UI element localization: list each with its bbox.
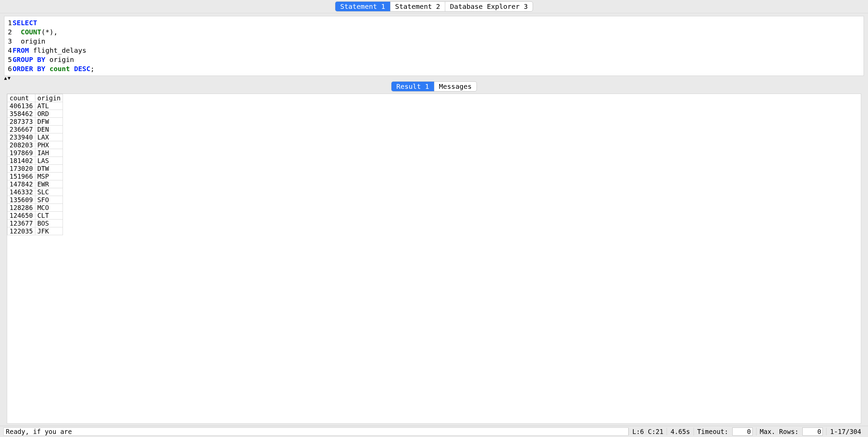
timeout-label: Timeout:: [697, 428, 729, 435]
table-cell: 236667: [7, 126, 35, 133]
table-row[interactable]: 135609SFO: [7, 196, 63, 204]
table-cell: 147842: [7, 180, 35, 188]
table-cell: MCO: [35, 204, 63, 212]
table-cell: 233940: [7, 133, 35, 141]
result-tab-bar: Result 1Messages: [0, 80, 868, 94]
table-row[interactable]: 287373DFW: [7, 118, 63, 126]
table-row[interactable]: 197869IAH: [7, 149, 63, 157]
table-cell: 173020: [7, 165, 35, 173]
results-panel: countorigin406136ATL358462ORD287373DFW23…: [0, 94, 868, 426]
table-cell: 197869: [7, 149, 35, 157]
line-number: 3: [7, 37, 12, 46]
table-cell: 287373: [7, 118, 35, 126]
table-cell: 135609: [7, 196, 35, 204]
code-token: origin: [13, 37, 45, 45]
table-row[interactable]: 124650CLT: [7, 212, 63, 220]
pane-splitter[interactable]: ▲▼: [0, 76, 868, 80]
table-cell: 181402: [7, 157, 35, 165]
table-row[interactable]: 233940LAX: [7, 133, 63, 141]
line-number: 4: [7, 46, 12, 55]
table-row[interactable]: 151966MSP: [7, 173, 63, 180]
maxrows-input[interactable]: [802, 427, 823, 436]
code-token: DESC: [74, 65, 90, 73]
table-cell: CLT: [35, 212, 63, 220]
table-cell: SLC: [35, 188, 63, 196]
status-timeout: Timeout:: [694, 427, 756, 436]
table-cell: EWR: [35, 180, 63, 188]
table-cell: JFK: [35, 227, 63, 235]
table-cell: DFW: [35, 118, 63, 126]
table-cell: 406136: [7, 102, 35, 110]
timeout-input[interactable]: [732, 427, 753, 436]
tab-database-explorer-3[interactable]: Database Explorer 3: [445, 2, 533, 11]
table-row[interactable]: 236667DEN: [7, 126, 63, 133]
top-tab-group: Statement 1Statement 2Database Explorer …: [335, 1, 533, 12]
code-token: SELECT: [13, 19, 37, 27]
code-token: GROUP BY: [13, 55, 45, 64]
table-row[interactable]: 181402LAS: [7, 157, 63, 165]
code-token: FROM: [13, 46, 29, 54]
table-cell: 151966: [7, 173, 35, 180]
table-cell: PHX: [35, 141, 63, 149]
maxrows-label: Max. Rows:: [760, 428, 799, 435]
status-row-range: 1-17/304: [826, 428, 865, 435]
column-header[interactable]: count: [7, 94, 35, 102]
table-row[interactable]: 128286MCO: [7, 204, 63, 212]
table-cell: LAX: [35, 133, 63, 141]
tab-result-1[interactable]: Result 1: [391, 82, 434, 91]
tab-statement-2[interactable]: Statement 2: [390, 2, 445, 11]
table-row[interactable]: 358462ORD: [7, 110, 63, 118]
result-tab-group: Result 1Messages: [391, 81, 477, 92]
code-token: count: [49, 65, 70, 73]
status-cursor-position: L:6 C:21: [629, 428, 667, 435]
line-number: 2: [7, 28, 12, 37]
table-row[interactable]: 123677BOS: [7, 220, 63, 227]
table-cell: 122035: [7, 227, 35, 235]
table-row[interactable]: 147842EWR: [7, 180, 63, 188]
code-token: ORDER BY: [13, 65, 45, 73]
code-token: (*),: [41, 28, 57, 36]
editor-panel: 1SELECT2 COUNT(*),3 origin4FROM flight_d…: [0, 13, 868, 76]
table-cell: 208203: [7, 141, 35, 149]
table-cell: 146332: [7, 188, 35, 196]
tab-statement-1[interactable]: Statement 1: [335, 2, 390, 11]
table-cell: MSP: [35, 173, 63, 180]
line-number: 6: [7, 64, 12, 74]
table-row[interactable]: 146332SLC: [7, 188, 63, 196]
results-table: countorigin406136ATL358462ORD287373DFW23…: [7, 94, 63, 235]
code-token: origin: [45, 55, 74, 64]
column-header[interactable]: origin: [35, 94, 63, 102]
table-cell: BOS: [35, 220, 63, 227]
code-token: [45, 65, 49, 73]
code-token: [13, 28, 21, 36]
status-maxrows: Max. Rows:: [756, 427, 827, 436]
tab-messages[interactable]: Messages: [434, 82, 477, 91]
table-cell: IAH: [35, 149, 63, 157]
table-cell: 358462: [7, 110, 35, 118]
table-cell: DTW: [35, 165, 63, 173]
table-cell: DEN: [35, 126, 63, 133]
table-cell: ATL: [35, 102, 63, 110]
table-row[interactable]: 406136ATL: [7, 102, 63, 110]
table-cell: ORD: [35, 110, 63, 118]
table-cell: LAS: [35, 157, 63, 165]
sql-editor[interactable]: 1SELECT2 COUNT(*),3 origin4FROM flight_d…: [4, 16, 864, 76]
table-cell: 124650: [7, 212, 35, 220]
top-tab-bar: Statement 1Statement 2Database Explorer …: [0, 0, 868, 13]
line-number: 1: [7, 18, 12, 28]
table-cell: 128286: [7, 204, 35, 212]
table-row[interactable]: 173020DTW: [7, 165, 63, 173]
results-scroll-area[interactable]: countorigin406136ATL358462ORD287373DFW23…: [7, 94, 861, 424]
code-token: ;: [90, 65, 95, 73]
table-row[interactable]: 122035JFK: [7, 227, 63, 235]
status-exec-time: 4.65s: [667, 428, 693, 435]
code-token: [70, 65, 74, 73]
status-bar: Ready, if you are L:6 C:21 4.65s Timeout…: [0, 426, 868, 437]
code-token: flight_delays: [29, 46, 86, 54]
line-number: 5: [7, 55, 12, 64]
table-row[interactable]: 208203PHX: [7, 141, 63, 149]
table-cell: SFO: [35, 196, 63, 204]
table-cell: 123677: [7, 220, 35, 227]
status-message: Ready, if you are: [3, 427, 629, 436]
code-token: COUNT: [21, 28, 41, 36]
